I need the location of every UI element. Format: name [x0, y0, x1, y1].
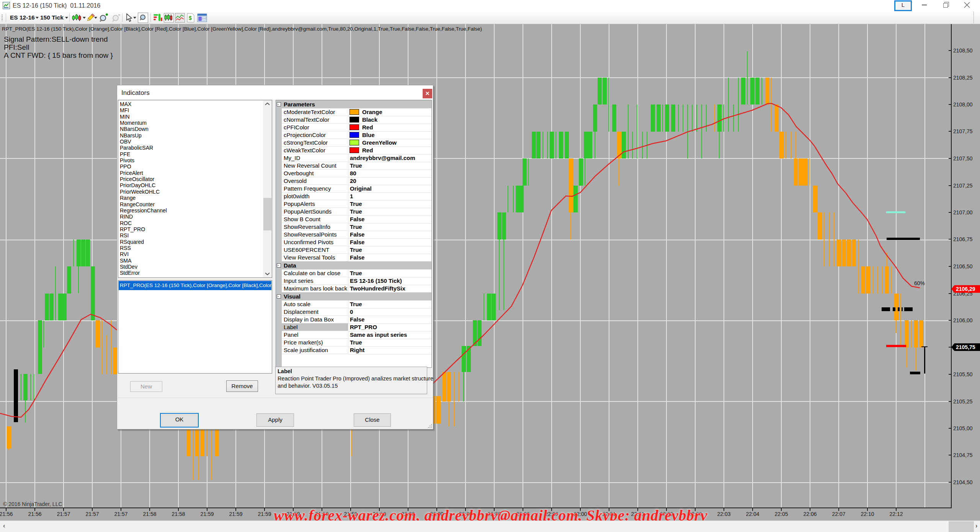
- svg-text:22:12: 22:12: [889, 511, 903, 517]
- svg-text:Signal Pattern:SELL-down trend: Signal Pattern:SELL-down trend: [4, 35, 108, 43]
- svg-text:22:07: 22:07: [832, 511, 845, 517]
- svg-text:2106,00: 2106,00: [953, 317, 973, 323]
- svg-text:2105,25: 2105,25: [953, 398, 973, 405]
- svg-text:$: $: [189, 15, 192, 21]
- svg-text:21:57: 21:57: [85, 511, 99, 517]
- svg-text:21:57: 21:57: [57, 511, 70, 517]
- svg-text:21:59: 21:59: [229, 511, 242, 517]
- svg-text:21:56: 21:56: [0, 511, 13, 517]
- svg-text:2104,50: 2104,50: [953, 479, 973, 485]
- svg-text:21:58: 21:58: [172, 511, 185, 517]
- svg-text:22:04: 22:04: [746, 511, 759, 517]
- svg-text:60%: 60%: [914, 280, 925, 286]
- svg-text:2107,25: 2107,25: [953, 183, 973, 189]
- svg-text:2106,50: 2106,50: [953, 263, 973, 269]
- svg-text:2107,75: 2107,75: [953, 128, 973, 134]
- svg-text:© 2016 NinjaTrader, LLC: © 2016 NinjaTrader, LLC: [3, 501, 62, 507]
- svg-text:PFI:Sell: PFI:Sell: [4, 43, 29, 51]
- svg-text:2107,50: 2107,50: [953, 155, 973, 162]
- svg-text:2108,50: 2108,50: [953, 47, 973, 54]
- svg-text:2106,29: 2106,29: [956, 286, 975, 292]
- svg-text:21:56: 21:56: [28, 511, 41, 517]
- svg-text:2105,00: 2105,00: [953, 425, 973, 431]
- svg-text:A CNT FWD: { 15 bars from now: A CNT FWD: { 15 bars from now }: [4, 51, 113, 59]
- svg-text:2107,00: 2107,00: [953, 209, 973, 215]
- svg-text:2105,75: 2105,75: [956, 344, 975, 350]
- svg-text:2106,75: 2106,75: [953, 236, 973, 242]
- svg-text:22:06: 22:06: [803, 511, 817, 517]
- svg-text:2104,75: 2104,75: [953, 452, 973, 458]
- svg-text:21:58: 21:58: [143, 511, 156, 517]
- svg-text:RPT_PRO(ES 12-16 (150 Tick),Co: RPT_PRO(ES 12-16 (150 Tick),Color [Orang…: [2, 26, 482, 32]
- svg-text:22:03: 22:03: [717, 511, 730, 517]
- svg-text:21:57: 21:57: [114, 511, 127, 517]
- svg-text:22:05: 22:05: [774, 511, 788, 517]
- svg-text:2108,25: 2108,25: [953, 75, 973, 81]
- svg-text:22:10: 22:10: [861, 511, 874, 517]
- svg-text:2108,00: 2108,00: [953, 101, 973, 108]
- svg-text:21:59: 21:59: [258, 511, 271, 517]
- svg-text:21:59: 21:59: [200, 511, 214, 517]
- svg-text:2105,50: 2105,50: [953, 371, 973, 377]
